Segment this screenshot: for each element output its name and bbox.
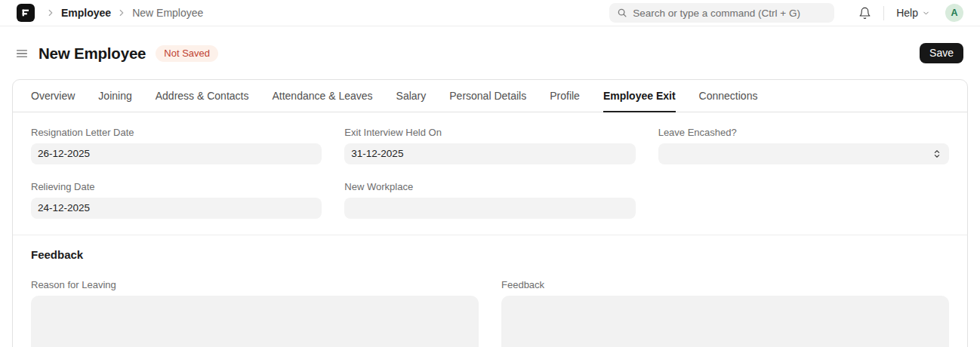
breadcrumb-item-employee[interactable]: Employee [61, 7, 111, 19]
field-label: Relieving Date [31, 181, 322, 192]
field-reason-for-leaving: Reason for Leaving [31, 279, 479, 347]
tab-personal-details[interactable]: Personal Details [449, 80, 526, 112]
tab-overview[interactable]: Overview [31, 80, 75, 112]
page-title: New Employee [39, 45, 146, 63]
field-feedback: Feedback [501, 279, 949, 347]
tab-joining[interactable]: Joining [98, 80, 131, 112]
user-avatar[interactable]: A [945, 4, 963, 22]
reason-for-leaving-textarea[interactable] [31, 296, 479, 347]
global-search[interactable] [609, 3, 834, 23]
tab-profile[interactable]: Profile [550, 80, 580, 112]
feedback-section-title: Feedback [31, 248, 949, 261]
help-menu[interactable]: Help [896, 7, 930, 19]
chevron-right-icon [45, 8, 56, 18]
field-label: Resignation Letter Date [31, 127, 322, 138]
employee-exit-fields: Resignation Letter Date Exit Interview H… [13, 112, 967, 235]
field-label: Exit Interview Held On [344, 127, 635, 138]
hamburger-icon [15, 47, 29, 60]
breadcrumb: Employee New Employee [45, 7, 203, 19]
field-new-workplace: New Workplace [344, 181, 635, 219]
tab-connections[interactable]: Connections [699, 80, 758, 112]
notifications-button[interactable] [858, 7, 871, 20]
field-label: Feedback [501, 279, 949, 290]
form-tabs: Overview Joining Address & Contacts Atte… [13, 80, 967, 112]
field-relieving-date: Relieving Date [31, 181, 322, 219]
select-chevrons-icon [932, 149, 942, 159]
tab-salary[interactable]: Salary [396, 80, 427, 112]
sidebar-toggle-button[interactable] [15, 47, 29, 60]
tab-employee-exit[interactable]: Employee Exit [603, 80, 676, 112]
search-icon [617, 8, 627, 18]
bell-icon [858, 7, 871, 20]
chevron-right-icon [116, 8, 127, 18]
top-navbar: Employee New Employee Help A [0, 0, 980, 26]
field-resignation-letter-date: Resignation Letter Date [31, 127, 322, 164]
field-exit-interview-held-on: Exit Interview Held On [344, 127, 635, 164]
help-label: Help [896, 7, 918, 19]
search-input[interactable] [633, 8, 827, 19]
frappe-logo-icon[interactable] [17, 4, 35, 22]
chevron-down-icon [922, 9, 930, 17]
leave-encashed-select[interactable] [658, 143, 949, 164]
status-badge: Not Saved [156, 45, 218, 62]
tab-address-contacts[interactable]: Address & Contacts [156, 80, 249, 112]
field-label: Leave Encashed? [658, 127, 949, 138]
feedback-section: Feedback Reason for Leaving Feedback [13, 235, 967, 347]
page-head: New Employee Not Saved Save [0, 26, 980, 79]
frappe-f-glyph [20, 7, 32, 19]
breadcrumb-item-new-employee: New Employee [132, 7, 203, 19]
exit-interview-held-on-input[interactable] [344, 143, 635, 164]
relieving-date-input[interactable] [31, 198, 322, 219]
feedback-fields: Reason for Leaving Feedback [31, 279, 949, 347]
feedback-textarea[interactable] [501, 296, 949, 347]
navbar-divider [883, 6, 884, 20]
field-label: New Workplace [344, 181, 635, 192]
tab-attendance-leaves[interactable]: Attendance & Leaves [272, 80, 372, 112]
new-workplace-input[interactable] [344, 198, 635, 219]
form-card: Overview Joining Address & Contacts Atte… [12, 79, 968, 347]
field-label: Reason for Leaving [31, 279, 479, 290]
save-button[interactable]: Save [920, 43, 963, 63]
resignation-letter-date-input[interactable] [31, 143, 322, 164]
field-leave-encashed: Leave Encashed? [658, 127, 949, 164]
